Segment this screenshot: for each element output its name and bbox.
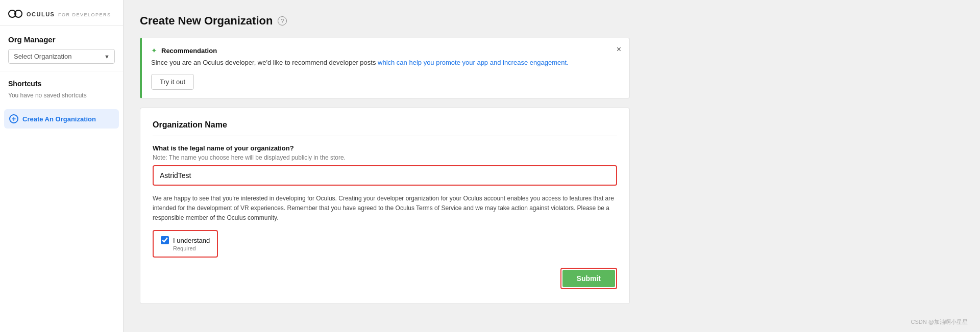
shortcuts-section: Shortcuts You have no saved shortcuts xyxy=(0,71,123,103)
sidebar-item-create-org[interactable]: + Create An Organization xyxy=(4,109,119,129)
org-select-wrapper[interactable]: Select Organization ▼ xyxy=(8,49,115,64)
agreement-text: We are happy to see that you're interest… xyxy=(153,194,617,223)
page-title: Create New Organization xyxy=(140,14,273,28)
understand-checkbox-wrapper: I understand Required xyxy=(153,230,218,258)
sidebar: oculus for developers Org Manager Select… xyxy=(0,0,124,332)
main-content: Create New Organization ? ✦ Recommendati… xyxy=(124,0,980,332)
banner-text: Since you are an Oculus developer, we'd … xyxy=(151,58,620,68)
oculus-logo-icon xyxy=(8,9,22,18)
sidebar-nav: + Create An Organization xyxy=(0,103,123,135)
page-header: Create New Organization ? xyxy=(140,14,964,28)
org-name-input-wrapper xyxy=(153,165,617,186)
shortcuts-title: Shortcuts xyxy=(8,80,115,88)
banner-text-before-link: Since you are an Oculus developer, we'd … xyxy=(151,59,378,66)
org-name-sublabel: Note: The name you choose here will be d… xyxy=(153,154,617,161)
form-card: Organization Name What is the legal name… xyxy=(140,108,630,304)
submit-button-wrapper: Submit xyxy=(560,268,617,289)
logo-text-group: oculus for developers xyxy=(27,9,111,18)
sidebar-item-create-org-label: Create An Organization xyxy=(22,115,96,123)
recommendation-icon: ✦ xyxy=(151,46,157,55)
banner-title: Recommendation xyxy=(161,47,217,55)
org-name-label: What is the legal name of your organizat… xyxy=(153,144,617,152)
org-manager-title: Org Manager xyxy=(8,35,115,44)
submit-button[interactable]: Submit xyxy=(562,270,615,287)
org-manager-section: Org Manager Select Organization ▼ xyxy=(0,26,123,71)
recommendation-banner: ✦ Recommendation × Since you are an Ocul… xyxy=(140,38,630,98)
try-it-out-button[interactable]: Try it out xyxy=(151,74,194,90)
understand-checkbox[interactable] xyxy=(161,236,169,244)
org-select[interactable]: Select Organization xyxy=(8,49,115,64)
form-section-title: Organization Name xyxy=(153,120,617,136)
shortcuts-empty-message: You have no saved shortcuts xyxy=(8,92,115,99)
banner-link[interactable]: which can help you promote your app and … xyxy=(378,59,569,66)
understand-label: I understand xyxy=(173,237,210,244)
logo-sub: for developers xyxy=(58,12,111,17)
logo-area: oculus for developers xyxy=(0,0,123,26)
org-name-input[interactable] xyxy=(154,166,616,185)
watermark: CSDN @加油啊小星星 xyxy=(911,318,968,326)
checkbox-row: I understand xyxy=(161,236,210,244)
banner-close-button[interactable]: × xyxy=(617,45,621,54)
plus-icon: + xyxy=(9,114,18,123)
checkbox-required-text: Required xyxy=(173,245,210,251)
form-footer: Submit xyxy=(153,268,617,289)
banner-header: ✦ Recommendation xyxy=(151,46,620,55)
logo-brand: oculus xyxy=(27,11,55,17)
help-icon[interactable]: ? xyxy=(278,16,287,25)
